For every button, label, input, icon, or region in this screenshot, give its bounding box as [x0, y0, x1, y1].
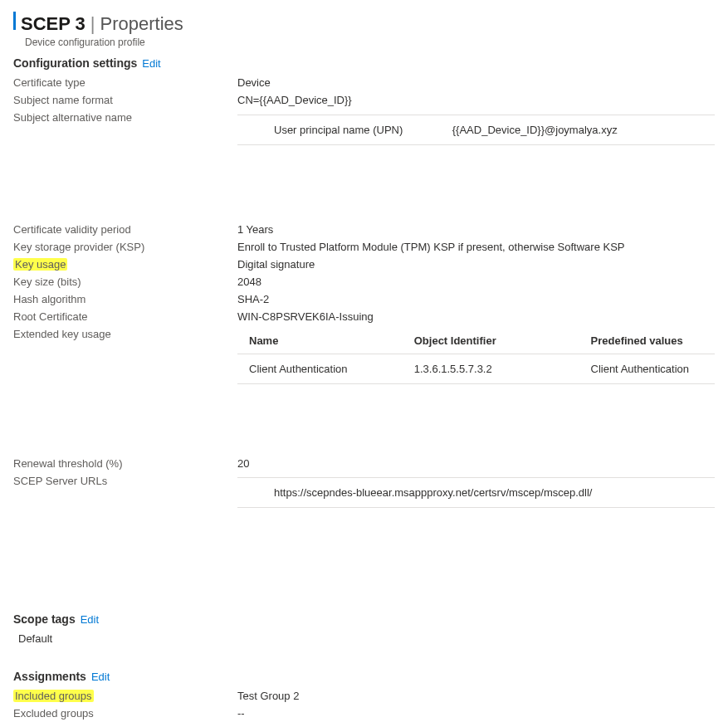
label-root-cert: Root Certificate	[13, 310, 237, 323]
label-key-size: Key size (bits)	[13, 276, 237, 288]
section-assignments: Assignments Edit	[13, 670, 715, 683]
label-key-usage: Key usage	[13, 258, 67, 271]
value-key-usage: Digital signature	[237, 258, 715, 271]
value-included-groups: Test Group 2	[237, 690, 715, 702]
san-entry: User principal name (UPN) {{AAD_Device_I…	[237, 115, 715, 145]
row-san: Subject alternative name User principal …	[13, 111, 715, 150]
edit-scope-link[interactable]: Edit	[81, 613, 99, 626]
value-key-size: 2048	[237, 276, 715, 288]
eku-head-oid: Object Identifier	[414, 334, 591, 347]
section-config-title: Configuration settings	[13, 56, 137, 70]
eku-head-pre: Predefined values	[591, 334, 716, 347]
label-subject-name-format: Subject name format	[13, 94, 237, 106]
page-title-part: Properties	[100, 13, 183, 35]
label-included-groups: Included groups	[13, 690, 94, 702]
scep-url-entry: https://scepndes-blueear.msappproxy.net/…	[237, 477, 715, 508]
row-eku: Extended key usage Name Object Identifie…	[13, 328, 715, 384]
eku-row-name: Client Authentication	[237, 363, 414, 375]
row-key-usage: Key usage Digital signature	[13, 258, 715, 271]
label-validity: Certificate validity period	[13, 223, 237, 236]
value-hash: SHA-2	[237, 293, 715, 305]
label-hash: Hash algorithm	[13, 293, 237, 305]
row-root-cert: Root Certificate WIN-C8PSRVEK6IA-Issuing	[13, 310, 715, 323]
san-type: User principal name (UPN)	[237, 124, 452, 136]
value-subject-name-format: CN={{AAD_Device_ID}}	[237, 94, 715, 106]
row-ksp: Key storage provider (KSP) Enroll to Tru…	[13, 241, 715, 253]
eku-row-pre: Client Authentication	[591, 363, 716, 375]
value-validity: 1 Years	[237, 223, 715, 236]
row-key-size: Key size (bits) 2048	[13, 276, 715, 288]
value-root-cert: WIN-C8PSRVEK6IA-Issuing	[237, 310, 715, 323]
row-included-groups: Included groups Test Group 2	[13, 690, 715, 702]
label-renewal: Renewal threshold (%)	[13, 457, 237, 470]
edit-config-link[interactable]: Edit	[142, 57, 160, 70]
label-excluded-groups: Excluded groups	[13, 707, 237, 720]
label-ksp: Key storage provider (KSP)	[13, 241, 237, 253]
row-scep-urls: SCEP Server URLs https://scepndes-blueea…	[13, 475, 715, 508]
scope-tag-default: Default	[18, 632, 715, 645]
row-validity: Certificate validity period 1 Years	[13, 223, 715, 236]
eku-head-name: Name	[237, 334, 414, 347]
page-title-row: SCEP 3 | Properties	[13, 12, 715, 35]
page-title-main: SCEP 3	[21, 13, 86, 35]
row-excluded-groups: Excluded groups --	[13, 707, 715, 720]
section-scope-title: Scope tags	[13, 612, 76, 626]
row-subject-name-format: Subject name format CN={{AAD_Device_ID}}	[13, 94, 715, 106]
section-scope-tags: Scope tags Edit	[13, 612, 715, 626]
value-excluded-groups: --	[237, 707, 715, 720]
accent-bar	[13, 12, 16, 30]
label-eku: Extended key usage	[13, 328, 237, 340]
eku-table-header: Name Object Identifier Predefined values	[237, 328, 715, 354]
section-assign-title: Assignments	[13, 670, 86, 683]
value-renewal: 20	[237, 457, 715, 470]
value-ksp: Enroll to Trusted Platform Module (TPM) …	[237, 241, 715, 253]
row-renewal: Renewal threshold (%) 20	[13, 457, 715, 470]
label-scep-urls: SCEP Server URLs	[13, 475, 237, 487]
row-hash: Hash algorithm SHA-2	[13, 293, 715, 305]
eku-table-row: Client Authentication 1.3.6.1.5.5.7.3.2 …	[237, 354, 715, 384]
title-divider: |	[90, 13, 95, 35]
san-value: {{AAD_Device_ID}}@joymalya.xyz	[452, 124, 715, 136]
label-san: Subject alternative name	[13, 111, 237, 124]
value-certificate-type: Device	[237, 76, 715, 89]
row-certificate-type: Certificate type Device	[13, 76, 715, 89]
edit-assign-link[interactable]: Edit	[91, 671, 110, 683]
label-certificate-type: Certificate type	[13, 76, 237, 89]
eku-row-oid: 1.3.6.1.5.5.7.3.2	[414, 363, 591, 375]
section-config-settings: Configuration settings Edit	[13, 56, 715, 70]
page-subtitle: Device configuration profile	[25, 37, 715, 48]
